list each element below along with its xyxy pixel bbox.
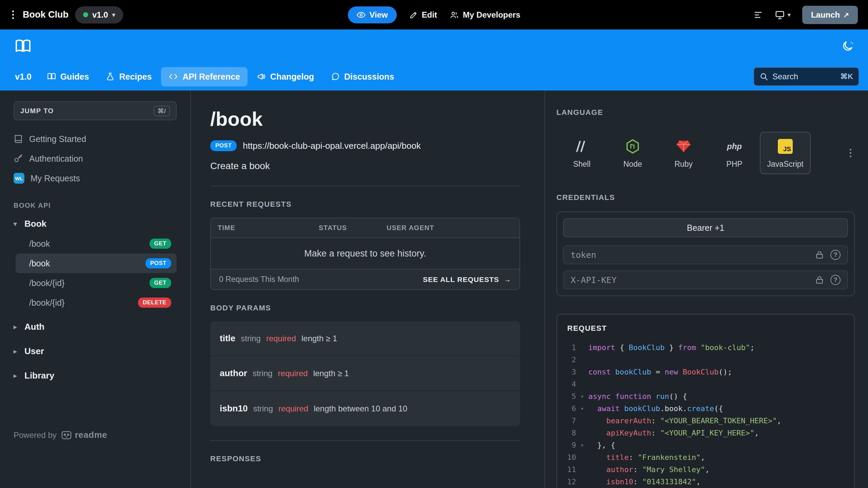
- project-menu-icon[interactable]: [10, 8, 16, 21]
- search-input[interactable]: [772, 72, 836, 81]
- fold-gutter: [576, 464, 588, 476]
- help-icon[interactable]: ?: [830, 275, 841, 285]
- credentials-heading: CREDENTIALS: [556, 193, 855, 202]
- admin-topbar: Book Club v1.0 ▾ View Edit: [0, 0, 868, 29]
- language-ruby[interactable]: Ruby: [658, 132, 709, 174]
- param-row-author[interactable]: author string required length ≥ 1: [210, 356, 520, 391]
- user-initials-badge: WL: [14, 173, 24, 184]
- param-row-isbn10[interactable]: isbn10 string required length between 10…: [210, 391, 520, 426]
- nav-api-reference[interactable]: API Reference: [161, 67, 248, 86]
- token-input[interactable]: [571, 250, 809, 260]
- sidebar-group-user[interactable]: ▸ User: [14, 341, 177, 361]
- version-label: v1.0: [92, 10, 108, 20]
- code-text: bearerAuth: "<YOUR_BEARER_TOKEN_HERE>",: [588, 415, 782, 427]
- bearer-auth-button[interactable]: Bearer +1: [563, 218, 848, 237]
- endpoint-url-row: POST https://book-club-api-opal.vercel.a…: [210, 140, 520, 151]
- chevron-down-icon: ▾: [788, 12, 791, 18]
- megaphone-icon: [257, 72, 266, 81]
- app-root: Book Club v1.0 ▾ View Edit: [0, 0, 868, 488]
- endpoint-label: /book: [29, 259, 50, 268]
- more-languages-icon[interactable]: [846, 145, 855, 161]
- sidebar-item-my-requests[interactable]: WL My Requests: [14, 168, 177, 188]
- group-label: Book: [24, 219, 46, 229]
- presentation-menu[interactable]: ▾: [775, 10, 791, 20]
- line-number: 5: [557, 390, 576, 403]
- view-button[interactable]: View: [348, 6, 397, 23]
- language-label: JavaScript: [767, 160, 803, 169]
- sidebar-endpoint-post-book[interactable]: /book POST: [16, 253, 177, 273]
- nav-recipes[interactable]: Recipes: [98, 67, 159, 86]
- language-node[interactable]: Node: [607, 132, 658, 174]
- api-key-field: ?: [563, 270, 848, 289]
- column-user-agent: USER AGENT: [387, 224, 513, 232]
- nav-guides-label: Guides: [60, 72, 89, 82]
- readme-logo-icon: [61, 431, 72, 440]
- language-label: Shell: [573, 160, 590, 169]
- responses-heading: RESPONSES: [210, 454, 520, 463]
- code-text: }, {: [588, 439, 615, 451]
- language-php[interactable]: php PHP: [709, 132, 760, 174]
- sidebar-item-authentication[interactable]: Authentication: [14, 149, 177, 168]
- language-selector: Shell Node Ruby php: [556, 132, 855, 174]
- sidebar-group-book[interactable]: ▾ Book: [14, 214, 177, 234]
- nav-discussions[interactable]: Discussions: [323, 67, 401, 86]
- code-text: import { BookClub } from "book-club";: [588, 342, 754, 354]
- fold-toggle-icon[interactable]: ▾: [576, 403, 588, 415]
- sidebar-group-library[interactable]: ▸ Library: [14, 365, 177, 386]
- language-javascript[interactable]: JS JavaScript: [760, 132, 811, 174]
- nav-version[interactable]: v1.0: [9, 67, 38, 86]
- my-developers-button[interactable]: My Developers: [450, 10, 520, 20]
- param-name: isbn10: [220, 403, 248, 414]
- main-content: JUMP TO ⌘/ Getting Started Authenticatio…: [0, 90, 868, 488]
- powered-by[interactable]: Powered by readme: [14, 430, 177, 440]
- chevron-down-icon: ▾: [14, 220, 20, 228]
- line-number: 11: [557, 464, 576, 476]
- version-dropdown[interactable]: v1.0 ▾: [75, 6, 123, 23]
- chevron-right-icon: ▸: [14, 372, 20, 380]
- see-all-requests-link[interactable]: SEE ALL REQUESTS →: [423, 276, 511, 284]
- book-icon: [14, 134, 23, 144]
- fold-toggle-icon[interactable]: ▾: [576, 390, 588, 403]
- body-params-heading: BODY PARAMS: [210, 304, 520, 312]
- request-heading: REQUEST: [557, 324, 854, 333]
- code-text: async function run() {: [588, 390, 687, 403]
- api-key-input[interactable]: [571, 275, 809, 285]
- line-number: 3: [557, 366, 576, 378]
- dark-mode-toggle-icon[interactable]: [842, 40, 854, 52]
- lock-icon[interactable]: [815, 275, 824, 285]
- sidebar-item-label: Authentication: [29, 154, 83, 164]
- chat-bubble-icon: [331, 72, 340, 81]
- language-shell[interactable]: Shell: [556, 132, 607, 174]
- code-text: await bookClub.book.create({: [588, 403, 723, 415]
- edit-button[interactable]: Edit: [410, 10, 437, 20]
- doc-search[interactable]: ⌘K: [753, 67, 859, 86]
- lock-icon[interactable]: [815, 250, 824, 260]
- node-hexagon-icon: [626, 138, 640, 155]
- launch-button[interactable]: Launch ↗: [802, 6, 858, 24]
- code-line: 5▾async function run() {: [557, 390, 854, 403]
- sidebar-endpoint-delete-book-id[interactable]: /book/{id} DELETE: [16, 293, 177, 312]
- list-menu-icon[interactable]: [753, 10, 763, 20]
- help-icon[interactable]: ?: [830, 250, 841, 260]
- request-code-card: REQUEST 1import { BookClub } from "book-…: [556, 314, 855, 488]
- fold-toggle-icon[interactable]: ▾: [576, 439, 588, 451]
- param-type: string: [253, 404, 273, 413]
- powered-by-label: Powered by: [14, 430, 57, 440]
- nav-changelog[interactable]: Changelog: [250, 67, 321, 86]
- topbar-center: View Edit My Developers: [348, 6, 520, 23]
- endpoint-doc: /book POST https://book-club-api-opal.ve…: [191, 90, 545, 488]
- method-badge-get: GET: [150, 278, 171, 288]
- jump-to-button[interactable]: JUMP TO ⌘/: [14, 101, 177, 120]
- sidebar-group-auth[interactable]: ▸ Auth: [14, 317, 177, 337]
- version-status-dot: [83, 12, 88, 17]
- edit-label: Edit: [422, 10, 437, 20]
- sidebar-endpoint-get-book[interactable]: /book GET: [16, 234, 177, 253]
- doc-navbar: v1.0 Guides Recipes API Reference Change…: [0, 63, 868, 90]
- sidebar-endpoint-get-book-id[interactable]: /book/{id} GET: [16, 273, 177, 293]
- sidebar-item-getting-started[interactable]: Getting Started: [14, 129, 177, 149]
- book-logo-icon[interactable]: [14, 39, 32, 54]
- endpoint-label: /book/{id}: [29, 278, 64, 288]
- param-row-title[interactable]: title string required length ≥ 1: [210, 321, 520, 356]
- nav-guides[interactable]: Guides: [40, 67, 97, 86]
- fold-gutter: [576, 415, 588, 427]
